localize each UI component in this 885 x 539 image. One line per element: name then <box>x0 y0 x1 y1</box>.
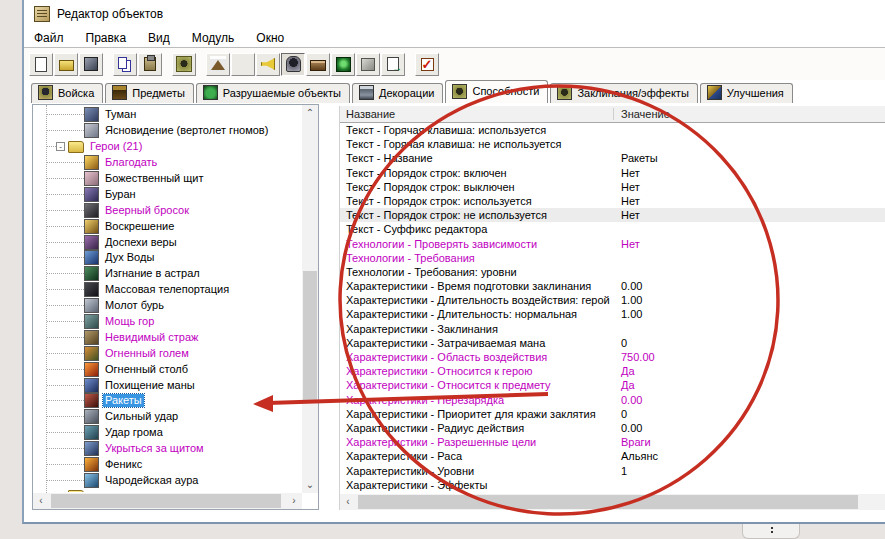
abilities-button[interactable] <box>172 53 196 76</box>
property-row[interactable]: Технологии - Требования: уровни <box>340 265 885 279</box>
collapse-icon[interactable]: - <box>56 142 65 151</box>
scroll-left-icon[interactable]: ‹ <box>340 494 356 510</box>
property-row[interactable]: Технологии - Проверять зависимостиНет <box>340 237 885 251</box>
menu-item-3[interactable]: Модуль <box>192 31 235 45</box>
menu-item-4[interactable]: Окно <box>256 31 284 45</box>
tree-item-label[interactable]: Орда (66) <box>88 490 142 492</box>
tab-улучшения[interactable]: Улучшения <box>700 83 793 103</box>
tree-item-label[interactable]: Благодать <box>103 156 159 169</box>
tree-item[interactable]: Похищение маны <box>34 377 301 393</box>
tree-item-label[interactable]: Молот бурь <box>103 299 166 312</box>
tab-декорации[interactable]: Декорации <box>352 83 443 103</box>
tree-item-label[interactable]: Укрыться за щитом <box>103 442 206 455</box>
terrain-editor-button[interactable] <box>206 53 230 76</box>
property-row[interactable]: Текст - НазваниеРакеты <box>340 151 885 165</box>
script-editor-button[interactable] <box>231 53 255 76</box>
tree-item[interactable]: Невидимый страж <box>34 329 301 345</box>
tree-item-label[interactable]: Огненный голем <box>103 347 191 360</box>
tab-разрушаемые-объекты[interactable]: Разрушаемые объекты <box>196 83 350 103</box>
property-row[interactable]: Текст - Порядок строк: не используетсяНе… <box>340 208 885 222</box>
tree-item[interactable]: Массовая телепортация <box>34 282 301 298</box>
tree-item[interactable]: +Орда (66) <box>34 488 301 492</box>
tree-item[interactable]: Дух Воды <box>34 250 301 266</box>
property-row[interactable]: Характеристики - Относится к героюДа <box>340 364 885 378</box>
tab-заклинания-эффекты[interactable]: Заклинания/эффекты <box>550 83 697 103</box>
tree-item[interactable]: Феникс <box>34 457 301 473</box>
tree-item[interactable]: Укрыться за щитом <box>34 441 301 457</box>
property-row[interactable]: Текст - Порядок строк: выключенНет <box>340 180 885 194</box>
tree-item-label[interactable]: Доспехи веры <box>103 236 179 249</box>
property-row[interactable]: Текст - Суффикс редактора <box>340 222 885 236</box>
tree-item-label[interactable]: Веерный бросок <box>103 204 191 217</box>
campaign-editor-button[interactable] <box>306 53 330 76</box>
property-row[interactable]: Характеристики - Разрешенные целиВраги <box>340 435 885 449</box>
new-file-button[interactable] <box>29 53 53 76</box>
tree-item-label[interactable]: Туман <box>103 108 138 121</box>
preferences-button[interactable] <box>415 53 439 76</box>
property-row[interactable]: Характеристики - Длительность воздействи… <box>340 293 885 307</box>
tree-item[interactable]: Веерный бросок <box>34 202 301 218</box>
tree-item[interactable]: Ракеты <box>34 393 301 409</box>
scroll-up-icon[interactable]: ⌃ <box>302 105 318 121</box>
tree-item-label[interactable]: Феникс <box>103 458 144 471</box>
column-header-value[interactable]: Значение <box>621 108 670 120</box>
tree-item[interactable]: Ясновидение (вертолет гномов) <box>34 123 301 139</box>
tree-item-label[interactable]: Изгнание в астрал <box>103 267 202 280</box>
property-row[interactable]: Характеристики - Длительность: нормальна… <box>340 307 885 321</box>
scroll-down-icon[interactable]: ⌄ <box>302 477 318 493</box>
property-row[interactable]: Характеристики - Время подготовки заклин… <box>340 279 885 293</box>
tree-item[interactable]: Туман <box>34 107 301 123</box>
tree-item[interactable]: Мощь гор <box>34 314 301 330</box>
copy-button[interactable] <box>113 53 137 76</box>
ai-editor-button[interactable] <box>331 53 355 76</box>
tab-предметы[interactable]: Предметы <box>105 83 194 103</box>
tree-item[interactable]: Воскрешение <box>34 218 301 234</box>
property-row[interactable]: Характеристики - Заклинания <box>340 322 885 336</box>
properties-hscroll-thumb[interactable] <box>358 495 858 509</box>
taskbar-handle[interactable] <box>742 524 800 539</box>
tree-item-label[interactable]: Герои (21) <box>88 140 144 153</box>
tree-item[interactable]: Божественный щит <box>34 171 301 187</box>
sound-editor-button[interactable] <box>256 53 280 76</box>
property-row[interactable]: Текст - Горячая клавиша: не используется <box>340 137 885 151</box>
column-divider[interactable] <box>613 108 614 120</box>
menu-item-2[interactable]: Вид <box>148 31 170 45</box>
property-row[interactable]: Характеристики - РасаАльянс <box>340 449 885 463</box>
property-row[interactable]: Характеристики - Область воздействия750.… <box>340 350 885 364</box>
tree-horizontal-scrollbar[interactable]: ‹ › <box>33 493 302 509</box>
column-header-name[interactable]: Название <box>346 108 395 120</box>
tree-item-label[interactable]: Божественный щит <box>103 172 206 185</box>
property-row[interactable]: Текст - Порядок строк: включенНет <box>340 166 885 180</box>
menu-item-1[interactable]: Правка <box>86 31 127 45</box>
save-button[interactable] <box>79 53 103 76</box>
tree-vertical-scrollbar[interactable]: ⌃ ⌄ <box>302 105 318 493</box>
property-row[interactable]: Технологии - Требования <box>340 251 885 265</box>
menu-item-0[interactable]: Файл <box>34 31 64 45</box>
tree-item-label[interactable]: Невидимый страж <box>103 331 200 344</box>
object-editor-button[interactable] <box>281 53 305 76</box>
tree-item-label[interactable]: Огненный столб <box>103 363 190 376</box>
property-row[interactable]: Характеристики - Эффекты <box>340 478 885 492</box>
scroll-left-icon[interactable]: ‹ <box>33 493 49 509</box>
property-row[interactable]: Текст - Горячая клавиша: используется <box>340 123 885 137</box>
tree-item-label[interactable]: Похищение маны <box>103 379 197 392</box>
tree-item[interactable]: Огненный голем <box>34 345 301 361</box>
property-row[interactable]: Характеристики - Уровни1 <box>340 464 885 478</box>
tree-item[interactable]: Изгнание в астрал <box>34 266 301 282</box>
property-row[interactable]: Характеристики - Радиус действия0.00 <box>340 421 885 435</box>
tree-item[interactable]: Молот бурь <box>34 298 301 314</box>
paste-button[interactable] <box>138 53 162 76</box>
property-row[interactable]: Текст - Порядок строк: используетсяНет <box>340 194 885 208</box>
tree-item[interactable]: Сильный удар <box>34 409 301 425</box>
tab-способности[interactable]: Способности <box>445 80 548 103</box>
tree-item[interactable]: Буран <box>34 186 301 202</box>
property-row[interactable]: Характеристики - Перезарядка0.00 <box>340 393 885 407</box>
object-manager-button[interactable] <box>356 53 380 76</box>
tree-item[interactable]: Удар грома <box>34 425 301 441</box>
tree-item-label[interactable]: Дух Воды <box>103 251 156 264</box>
tree-item-label[interactable]: Мощь гор <box>103 315 156 328</box>
open-button[interactable] <box>54 53 78 76</box>
tree-item-label[interactable]: Буран <box>103 188 138 201</box>
tree-item[interactable]: Доспехи веры <box>34 234 301 250</box>
import-manager-button[interactable] <box>381 53 405 76</box>
